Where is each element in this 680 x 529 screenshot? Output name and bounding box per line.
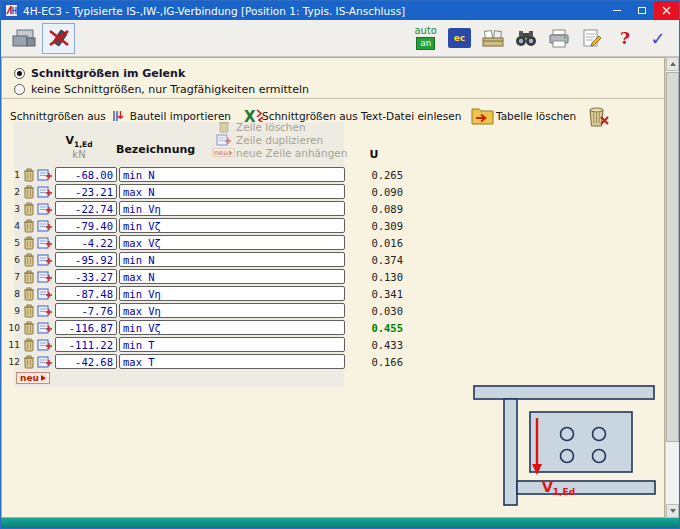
description-input[interactable] — [119, 201, 345, 216]
u-value: 0.374 — [351, 254, 403, 266]
append-row-button[interactable]: neu — [16, 372, 50, 384]
table-row: 11 — [4, 336, 403, 353]
delete-row-button[interactable] — [23, 338, 35, 352]
trash-icon — [23, 236, 35, 250]
description-input[interactable] — [119, 286, 345, 301]
schnittgroessen-table: 1 — [4, 166, 403, 370]
delete-row-button[interactable] — [23, 219, 35, 233]
value-input[interactable] — [55, 303, 117, 318]
window-title: 4H-EC3 - Typisierte IS-,IW-,IG-Verbindun… — [23, 5, 405, 17]
row-number: 5 — [4, 238, 22, 248]
duplicate-row-button[interactable] — [37, 305, 52, 317]
clear-table-action[interactable]: Tabelle löschen — [496, 104, 610, 128]
delete-row-button[interactable] — [23, 168, 35, 182]
red-x-icon — [45, 26, 73, 50]
value-input[interactable] — [55, 337, 117, 352]
duplicate-row-button[interactable] — [37, 288, 52, 300]
delete-row-button[interactable] — [23, 202, 35, 216]
duplicate-row-button[interactable] — [37, 237, 52, 249]
value-input[interactable] — [55, 218, 117, 233]
eurocode-button[interactable]: ec — [448, 28, 471, 48]
scroll-down-button[interactable] — [666, 504, 679, 518]
value-input[interactable] — [55, 201, 117, 216]
trash-delete-icon[interactable] — [586, 104, 610, 128]
delete-row-button[interactable] — [23, 321, 35, 335]
value-input[interactable] — [55, 286, 117, 301]
row-number: 8 — [4, 289, 22, 299]
card-index-icon — [482, 29, 504, 47]
radio-option-gelenk[interactable]: Schnittgrößen im Gelenk — [14, 67, 185, 80]
u-value: 0.016 — [351, 237, 403, 249]
description-input[interactable] — [119, 354, 345, 369]
description-input[interactable] — [119, 303, 345, 318]
value-input[interactable] — [55, 354, 117, 369]
duplicate-row-button[interactable] — [37, 339, 52, 351]
duplicate-row-button[interactable] — [37, 169, 52, 181]
duplicate-icon — [37, 305, 52, 317]
delete-row-button[interactable] — [23, 287, 35, 301]
delete-row-button[interactable] — [23, 270, 35, 284]
description-input[interactable] — [119, 218, 345, 233]
value-input[interactable] — [55, 269, 117, 284]
connection-red-x-button[interactable] — [42, 23, 75, 54]
value-input[interactable] — [55, 252, 117, 267]
app-window: 4H-EC3 - Typisierte IS-,IW-,IG-Verbindun… — [0, 0, 680, 529]
u-value: 0.090 — [351, 186, 403, 198]
description-input[interactable] — [119, 337, 345, 352]
duplicate-row-button[interactable] — [37, 271, 52, 283]
duplicate-row-button[interactable] — [37, 186, 52, 198]
description-input[interactable] — [119, 269, 345, 284]
vertical-scrollbar[interactable] — [665, 57, 679, 518]
folder-import-icon[interactable] — [471, 107, 495, 125]
duplicate-icon — [37, 339, 52, 351]
duplicate-row-button[interactable] — [37, 254, 52, 266]
description-input[interactable] — [119, 320, 345, 335]
trash-icon — [23, 338, 35, 352]
minimize-icon — [613, 10, 621, 11]
description-input[interactable] — [119, 235, 345, 250]
scrollbar-thumb[interactable] — [666, 72, 679, 442]
duplicate-row-button[interactable] — [37, 220, 52, 232]
print-button[interactable] — [548, 26, 570, 50]
delete-row-button[interactable] — [23, 253, 35, 267]
delete-row-button[interactable] — [23, 304, 35, 318]
notes-button[interactable] — [581, 26, 603, 50]
gray-blocks-button[interactable] — [7, 23, 40, 54]
trash-icon — [23, 253, 35, 267]
value-input[interactable] — [55, 184, 117, 199]
table-row: 5 — [4, 234, 403, 251]
clear-table-label: Tabelle löschen — [496, 110, 576, 122]
duplicate-row-button[interactable] — [37, 203, 52, 215]
delete-row-button[interactable] — [23, 355, 35, 369]
delete-row-button[interactable] — [23, 185, 35, 199]
radio-option-keine-schnittgroessen[interactable]: keine Schnittgrößen, nur Tragfähigkeiten… — [14, 83, 309, 96]
description-input[interactable] — [119, 252, 345, 267]
card-index-button[interactable] — [482, 26, 504, 50]
value-input[interactable] — [55, 167, 117, 182]
duplicate-row-button[interactable] — [37, 322, 52, 334]
row-context-menu: Zeile löschen Zeile duplizieren — [216, 120, 347, 159]
description-input[interactable] — [119, 184, 345, 199]
duplicate-row-icon — [216, 134, 231, 146]
maximize-button[interactable] — [629, 1, 654, 20]
value-input[interactable] — [55, 320, 117, 335]
close-icon — [662, 6, 671, 15]
table-row: 7 — [4, 268, 403, 285]
u-value: 0.265 — [351, 169, 403, 181]
delete-row-button[interactable] — [23, 236, 35, 250]
column-header-bezeichnung: Bezeichnung — [116, 143, 195, 156]
confirm-button[interactable]: ✓ — [647, 26, 669, 50]
duplicate-icon — [37, 169, 52, 181]
table-row: 6 — [4, 251, 403, 268]
u-value: 0.166 — [351, 356, 403, 368]
description-input[interactable] — [119, 167, 345, 182]
arrow-icon — [41, 375, 46, 381]
help-button[interactable]: ? — [614, 26, 636, 50]
duplicate-row-button[interactable] — [37, 356, 52, 368]
value-input[interactable] — [55, 235, 117, 250]
search-button[interactable] — [515, 26, 537, 50]
minimize-button[interactable] — [604, 1, 629, 20]
scroll-up-button[interactable] — [666, 57, 679, 71]
auto-toggle[interactable]: auto an — [414, 26, 437, 50]
close-button[interactable] — [654, 1, 679, 20]
